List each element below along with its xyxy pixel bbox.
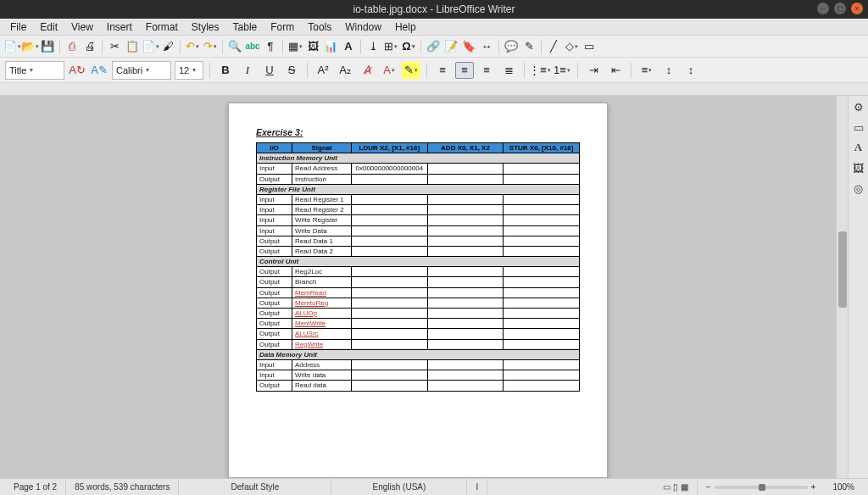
- cell-value[interactable]: [427, 359, 504, 370]
- cell-value[interactable]: [352, 381, 428, 391]
- menu-styles[interactable]: Styles: [185, 19, 226, 35]
- cell-value[interactable]: [352, 329, 428, 339]
- cell-value[interactable]: [427, 174, 504, 184]
- cell-value[interactable]: [352, 174, 428, 184]
- menu-window[interactable]: Window: [338, 19, 388, 35]
- clone-format-button[interactable]: 🖌: [159, 38, 176, 55]
- status-style[interactable]: Default Style: [179, 479, 331, 495]
- align-justify-button[interactable]: ≣: [499, 62, 518, 79]
- cell-io[interactable]: Input: [257, 215, 292, 225]
- align-left-button[interactable]: ≡: [433, 62, 452, 79]
- cell-io[interactable]: Input: [257, 359, 292, 370]
- cell-value[interactable]: [427, 381, 504, 391]
- status-wordcount[interactable]: 85 words, 539 characters: [66, 479, 179, 495]
- spellcheck-button[interactable]: abc: [244, 38, 261, 55]
- cell-value[interactable]: [504, 298, 580, 308]
- highlight-button[interactable]: ✎: [402, 62, 420, 79]
- zoom-slider[interactable]: − +: [698, 479, 825, 495]
- cell-value[interactable]: [427, 329, 504, 339]
- cell-value[interactable]: [427, 205, 504, 215]
- cell-value[interactable]: [427, 370, 504, 381]
- cell-io[interactable]: Output: [257, 381, 292, 391]
- cell-value[interactable]: [352, 236, 428, 246]
- cell-value[interactable]: [427, 319, 504, 329]
- table-row[interactable]: OutputRead Data 2: [257, 246, 580, 256]
- table-row[interactable]: OutputRead data: [257, 381, 580, 391]
- cell-value[interactable]: [352, 287, 428, 298]
- table-row[interactable]: OutputRegWrite: [257, 339, 580, 349]
- cell-value[interactable]: [504, 277, 580, 287]
- table-row[interactable]: OutputInstruction: [257, 174, 580, 184]
- cell-value[interactable]: [504, 164, 580, 174]
- cell-value[interactable]: [352, 205, 428, 215]
- cell-signal[interactable]: Write data: [292, 370, 352, 381]
- paragraph-style-combo[interactable]: Title: [5, 61, 64, 80]
- cell-value[interactable]: [504, 215, 580, 225]
- save-button[interactable]: 💾: [39, 38, 56, 55]
- sidebar-navigator-icon[interactable]: 🖼: [851, 160, 866, 175]
- align-center-button[interactable]: ≡: [455, 62, 474, 79]
- cross-ref-button[interactable]: ↔: [478, 38, 495, 55]
- cell-value[interactable]: [504, 381, 580, 391]
- cell-value[interactable]: [427, 339, 504, 349]
- shapes-button[interactable]: ◇: [563, 38, 580, 55]
- table-row[interactable]: OutputALUOp: [257, 309, 580, 319]
- document-page[interactable]: Exercise 3: I/O Signal LDUR X2, [X1, #16…: [228, 103, 608, 478]
- window-minimize-button[interactable]: –: [817, 3, 829, 14]
- cell-value[interactable]: [504, 194, 580, 204]
- cell-value[interactable]: [427, 267, 504, 277]
- table-row[interactable]: OutputALUSrc: [257, 329, 580, 339]
- cell-io[interactable]: Output: [257, 277, 292, 287]
- align-right-button[interactable]: ≡: [477, 62, 496, 79]
- comment-button[interactable]: 💬: [503, 38, 520, 55]
- cell-value[interactable]: [352, 194, 428, 204]
- cell-io[interactable]: Output: [257, 339, 292, 349]
- cell-value[interactable]: [427, 236, 504, 246]
- strikethrough-button[interactable]: S: [282, 62, 301, 79]
- cell-value[interactable]: [427, 246, 504, 256]
- menu-file[interactable]: File: [3, 19, 33, 35]
- field-button[interactable]: ⊞: [382, 38, 399, 55]
- status-view-buttons[interactable]: ▭ ▯ ▦: [654, 479, 698, 495]
- cell-value[interactable]: [504, 370, 580, 381]
- cell-value[interactable]: [427, 277, 504, 287]
- document-scroll-area[interactable]: Exercise 3: I/O Signal LDUR X2, [X1, #16…: [0, 96, 836, 478]
- table-row[interactable]: InputWrite Register: [257, 215, 580, 225]
- scrollbar-thumb[interactable]: [838, 231, 847, 308]
- menu-tools[interactable]: Tools: [301, 19, 338, 35]
- cell-value[interactable]: [427, 194, 504, 204]
- menu-form[interactable]: Form: [264, 19, 301, 35]
- cell-signal[interactable]: Reg2Loc: [292, 267, 352, 277]
- draw-functions-button[interactable]: ▭: [581, 38, 598, 55]
- cell-value[interactable]: [504, 329, 580, 339]
- cell-io[interactable]: Output: [257, 246, 292, 256]
- table-row[interactable]: InputRead Register 1: [257, 194, 580, 204]
- underline-button[interactable]: U: [260, 62, 279, 79]
- export-pdf-button[interactable]: ⎙: [64, 38, 81, 55]
- track-changes-button[interactable]: ✎: [520, 38, 537, 55]
- cell-value[interactable]: [427, 309, 504, 319]
- cell-io[interactable]: Output: [257, 174, 292, 184]
- cell-value[interactable]: [504, 236, 580, 246]
- open-button[interactable]: 📂: [21, 38, 38, 55]
- special-char-button[interactable]: Ω: [400, 38, 417, 55]
- italic-button[interactable]: I: [238, 62, 257, 79]
- cell-value[interactable]: [427, 298, 504, 308]
- cell-signal[interactable]: Read Data 1: [292, 236, 352, 246]
- sidebar-styles-icon[interactable]: ▭: [851, 120, 866, 135]
- cell-value[interactable]: [427, 225, 504, 236]
- menu-help[interactable]: Help: [388, 19, 423, 35]
- update-style-button[interactable]: A↻: [68, 62, 86, 79]
- cell-signal[interactable]: Read Register 1: [292, 194, 352, 204]
- increase-spacing-button[interactable]: ↕: [659, 62, 678, 79]
- table-row[interactable]: InputRead Address0x0000000000000004: [257, 164, 580, 174]
- status-page[interactable]: Page 1 of 2: [5, 479, 66, 495]
- zoom-percent[interactable]: 100%: [824, 479, 863, 495]
- cell-value[interactable]: [352, 246, 428, 256]
- cell-io[interactable]: Input: [257, 370, 292, 381]
- window-maximize-button[interactable]: ◻: [834, 3, 846, 14]
- cell-signal[interactable]: Branch: [292, 277, 352, 287]
- page-break-button[interactable]: ⤓: [364, 38, 381, 55]
- status-language[interactable]: English (USA): [331, 479, 467, 495]
- table-row[interactable]: OutputReg2Loc: [257, 267, 580, 277]
